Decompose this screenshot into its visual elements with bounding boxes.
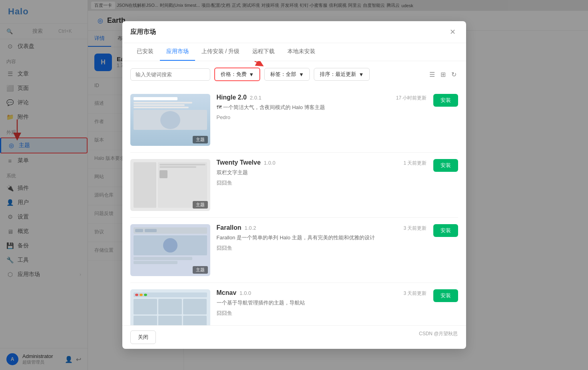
theme-updated: 3 天前更新	[403, 290, 427, 297]
theme-desc: Farallon 是一个简单的单列 Halo 主题，具有完美的性能和优雅的设计	[217, 234, 427, 241]
tag-filter-label: 标签：全部	[270, 71, 296, 78]
filter-bar: 价格：免费 ▼ 标签：全部 ▼ 排序：最近更新 ▼	[130, 68, 458, 81]
theme-desc: 🗺 一个简洁大气，含夜间模式的 Halo 博客主题	[217, 104, 427, 111]
price-filter-icon: ▼	[249, 72, 254, 78]
theme-thumbnail: 主题	[130, 289, 210, 325]
theme-thumbnail: 主题	[130, 224, 210, 276]
view-icons: ☰ ⊞ ↻	[428, 69, 458, 80]
theme-badge: 主题	[193, 266, 208, 274]
footer-credit: CSDN @月望秋思	[419, 330, 458, 344]
theme-item: 主题 Mcnav 1.0.0 3 天前更新 一个基于导航管理插件的主题，导航站 …	[130, 283, 458, 325]
modal-tabs: 已安装 应用市场 上传安装 / 升级 远程下载 本地未安装	[122, 43, 466, 61]
theme-name: Mcnav	[217, 289, 237, 296]
theme-list: 主题 Hingle 2.0 2.0.1 17 小时前更新 🗺 一个简洁大气，含夜…	[130, 88, 458, 325]
theme-item: 主题 Hingle 2.0 2.0.1 17 小时前更新 🗺 一个简洁大气，含夜…	[130, 88, 458, 153]
theme-author: 囧囧鱼	[217, 310, 427, 317]
theme-item: 主题 Twenty Twelve 1.0.0 1 天前更新 双栏文字主题 囧囧鱼	[130, 153, 458, 218]
theme-actions: 安装	[433, 159, 458, 173]
theme-desc: 双栏文字主题	[217, 169, 427, 176]
theme-actions: 安装	[433, 94, 458, 108]
modal-header: 应用市场 ✕	[122, 21, 466, 43]
theme-name-row: Farallon 1.0.2 3 天前更新	[217, 224, 427, 232]
theme-version: 1.0.0	[239, 290, 251, 296]
modal-title: 应用市场	[130, 28, 156, 36]
tag-filter-icon: ▼	[299, 72, 304, 78]
app-market-modal: 应用市场 ✕ 已安装 应用市场 上传安装 / 升级 远程下载 本地未安装 价格：…	[122, 21, 466, 349]
install-button[interactable]: 安装	[433, 289, 458, 302]
theme-info: Twenty Twelve 1.0.0 1 天前更新 双栏文字主题 囧囧鱼	[217, 159, 427, 187]
theme-badge: 主题	[193, 201, 208, 209]
install-button[interactable]: 安装	[433, 159, 458, 172]
theme-name-row: Hingle 2.0 2.0.1 17 小时前更新	[217, 94, 427, 101]
theme-thumbnail: 主题	[130, 159, 210, 211]
sort-filter-label: 排序：最近更新	[320, 71, 356, 78]
modal-close-button[interactable]: ✕	[447, 28, 458, 36]
tag-filter-button[interactable]: 标签：全部 ▼	[264, 68, 310, 81]
theme-item: 主题 Farallon 1.0.2 3 天前更新 Farallon 是一个简单的…	[130, 218, 458, 283]
modal-body: 价格：免费 ▼ 标签：全部 ▼ 排序：最近更新 ▼	[122, 61, 466, 325]
search-input[interactable]	[130, 68, 210, 81]
price-filter-label: 价格：免费	[221, 71, 247, 78]
theme-name: Twenty Twelve	[217, 159, 261, 166]
theme-author: Pedro	[217, 114, 427, 120]
theme-name: Farallon	[217, 224, 241, 231]
close-button[interactable]: 关闭	[130, 330, 156, 344]
theme-info: Mcnav 1.0.0 3 天前更新 一个基于导航管理插件的主题，导航站 囧囧鱼	[217, 289, 427, 317]
sort-filter-button[interactable]: 排序：最近更新 ▼	[314, 68, 370, 81]
theme-author: 囧囧鱼	[217, 245, 427, 252]
theme-name-row: Mcnav 1.0.0 3 天前更新	[217, 289, 427, 297]
theme-actions: 安装	[433, 224, 458, 239]
theme-info: Farallon 1.0.2 3 天前更新 Farallon 是一个简单的单列 …	[217, 224, 427, 252]
theme-actions: 安装	[433, 289, 458, 304]
modal-overlay: 应用市场 ✕ 已安装 应用市场 上传安装 / 升级 远程下载 本地未安装 价格：…	[0, 0, 588, 370]
theme-name: Hingle 2.0	[217, 94, 247, 101]
theme-badge: 主题	[193, 136, 208, 143]
theme-updated: 17 小时前更新	[396, 95, 427, 101]
modal-tab-remote[interactable]: 远程下载	[246, 43, 281, 61]
theme-info: Hingle 2.0 2.0.1 17 小时前更新 🗺 一个简洁大气，含夜间模式…	[217, 94, 427, 120]
theme-version: 1.0.2	[245, 225, 256, 231]
modal-tab-local[interactable]: 本地未安装	[281, 43, 322, 61]
theme-author: 囧囧鱼	[217, 179, 427, 187]
theme-thumbnail: 主题	[130, 94, 210, 146]
install-button[interactable]: 安装	[433, 94, 458, 107]
modal-tab-market[interactable]: 应用市场	[160, 43, 195, 61]
grid-view-icon[interactable]: ⊞	[439, 69, 447, 80]
modal-tab-upload[interactable]: 上传安装 / 升级	[195, 43, 246, 61]
price-filter-button[interactable]: 价格：免费 ▼	[214, 68, 261, 81]
refresh-icon[interactable]: ↻	[450, 69, 458, 80]
theme-desc: 一个基于导航管理插件的主题，导航站	[217, 299, 427, 306]
sort-filter-icon: ▼	[359, 72, 364, 78]
theme-name-row: Twenty Twelve 1.0.0 1 天前更新	[217, 159, 427, 167]
list-view-icon[interactable]: ☰	[428, 69, 437, 80]
theme-updated: 3 天前更新	[403, 225, 427, 232]
theme-version: 2.0.1	[250, 95, 261, 101]
modal-footer: 关闭 CSDN @月望秋思	[122, 325, 466, 349]
theme-updated: 1 天前更新	[403, 160, 427, 167]
modal-tab-installed[interactable]: 已安装	[130, 43, 160, 61]
theme-version: 1.0.0	[264, 160, 275, 166]
install-button[interactable]: 安装	[433, 224, 458, 237]
